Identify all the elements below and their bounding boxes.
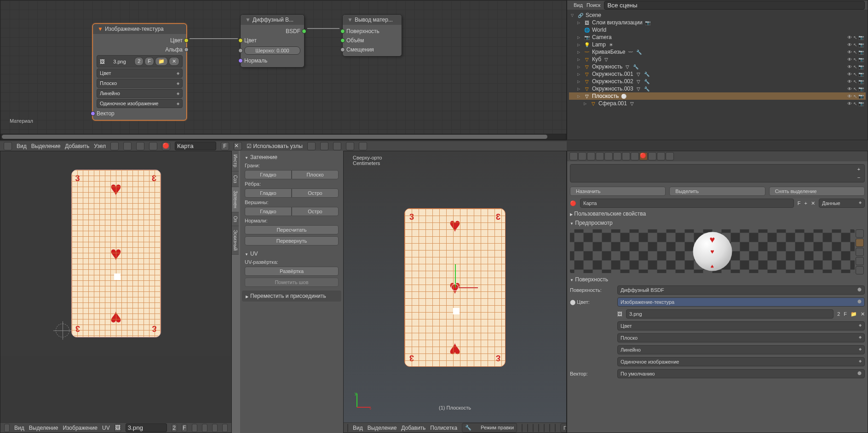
interpolation-dropdown[interactable]: Линейно◆	[617, 345, 865, 354]
icon-btn[interactable]	[307, 142, 316, 150]
icon-btn[interactable]	[527, 424, 528, 432]
menu-image[interactable]: Изображение	[63, 425, 98, 431]
material-slot-icon[interactable]: 🔴	[162, 142, 170, 150]
menu-select[interactable]: Выделение	[368, 425, 397, 431]
outliner-tree[interactable]: ▽🔗Scene ▷🖼Слои визуализации📷 🌐World ▷📷Ca…	[567, 10, 868, 109]
outliner-object[interactable]: ▷▽Окружность.001▽🔧👁↖📷	[569, 70, 866, 78]
tab-render[interactable]	[569, 152, 578, 160]
icon-btn[interactable]	[320, 142, 328, 150]
colorspace-dropdown[interactable]: Цвет◆	[617, 321, 865, 330]
node-image-texture[interactable]: ▼Изображение-текстура Цвет Альфа 🖼3.png …	[92, 23, 187, 120]
surface-shader-dropdown[interactable]: Диффузный BSDF⬤	[617, 285, 865, 295]
tab-particles[interactable]	[657, 152, 665, 160]
icon-btn[interactable]	[202, 424, 207, 432]
interpolation-dropdown[interactable]: Линейно◆	[97, 89, 183, 98]
shader-type-icon[interactable]	[110, 142, 119, 150]
image-icon[interactable]: 🖼	[115, 424, 121, 432]
shading-panel-header[interactable]: ▼Затенение	[242, 153, 341, 162]
tab-layers[interactable]	[578, 152, 586, 160]
tab-shading[interactable]: Затенен	[232, 187, 239, 212]
render-layers-item[interactable]: ▷🖼Слои визуализации📷	[569, 19, 866, 26]
menu-view[interactable]: Вид	[17, 143, 27, 149]
users-button[interactable]: 2	[837, 310, 840, 318]
tab-create[interactable]: Соз	[232, 171, 239, 187]
tab-physics[interactable]	[666, 152, 674, 160]
image-icon[interactable]: 🖼	[617, 311, 622, 317]
material-slot-list[interactable]: + −	[570, 164, 865, 182]
use-nodes-checkbox[interactable]: ☑ Использовать узлы	[247, 143, 303, 149]
faces-smooth-button[interactable]: Гладко	[245, 170, 292, 179]
color-source-dropdown[interactable]: Изображение-текстура⬤	[617, 297, 865, 307]
preview-fluid-button[interactable]	[856, 266, 864, 274]
icon-btn[interactable]	[123, 142, 132, 150]
icon-btn[interactable]	[549, 424, 550, 432]
open-icon[interactable]: 📁	[851, 311, 857, 317]
image-file-field[interactable]: 3.png	[626, 309, 834, 319]
outliner-object[interactable]: ▷💡Lamp☀👁↖📷	[569, 41, 866, 48]
icon-btn[interactable]	[544, 424, 545, 432]
preview-cube-button[interactable]	[856, 248, 864, 256]
camera-icon[interactable]: 📷	[858, 35, 864, 40]
node-header[interactable]: ▼Вывод матер...	[343, 15, 402, 25]
icon-btn[interactable]	[346, 142, 354, 150]
custom-props-header[interactable]: ▶ Пользовательские свойства	[570, 209, 865, 218]
outliner-object[interactable]: ▷▽Куб▽👁↖📷	[569, 56, 866, 63]
outliner-object-selected[interactable]: ▷▽Плоскость⚪👁↖📷	[569, 92, 866, 100]
uv-view[interactable]: 3 3 3 3 ♥ ♥ ♥	[0, 151, 231, 356]
flip-normals-button[interactable]: Перевернуть	[245, 236, 339, 245]
icon-btn[interactable]	[333, 142, 341, 150]
faces-flat-button[interactable]: Плоско	[292, 170, 339, 179]
image-name-field[interactable]	[126, 423, 167, 432]
editor-type-icon[interactable]	[347, 424, 348, 432]
tab-scene[interactable]	[587, 152, 595, 160]
link-dropdown[interactable]: Данные◆	[819, 199, 865, 208]
editor-type-icon[interactable]	[4, 142, 12, 150]
recalc-normals-button[interactable]: Пересчитать	[245, 225, 339, 234]
vector-dropdown[interactable]: По умолчанию⬤	[617, 369, 865, 378]
preview-hair-button[interactable]	[856, 257, 864, 265]
preview-flat-button[interactable]	[856, 229, 864, 238]
color-space-dropdown[interactable]: Цвет◆	[97, 68, 183, 78]
mark-seam-button[interactable]: Пометить шов	[245, 278, 339, 287]
eye-icon[interactable]: 👁	[847, 35, 852, 40]
outliner-object[interactable]: ▷▽Окружность.003▽🔧👁↖📷	[569, 85, 866, 92]
tab-object[interactable]	[604, 152, 613, 160]
menu-search[interactable]: Поиск	[586, 2, 600, 8]
tab-tools[interactable]: Инстр	[232, 151, 239, 171]
close-icon[interactable]: ✕	[234, 142, 242, 150]
close-icon[interactable]: ✕	[861, 311, 865, 317]
menu-add[interactable]: Добавить	[401, 425, 425, 431]
tab-modifiers[interactable]	[622, 152, 630, 160]
f-button[interactable]: F	[221, 142, 229, 150]
icon-btn[interactable]	[136, 142, 144, 150]
node-header[interactable]: ▼Диффузный B...	[241, 15, 304, 25]
icon-btn[interactable]	[192, 424, 197, 432]
icon-btn[interactable]	[149, 142, 157, 150]
tab-constraints[interactable]	[613, 152, 621, 160]
scrollbar[interactable]	[0, 134, 566, 140]
menu-add[interactable]: Добавить	[65, 143, 89, 149]
editor-type-icon[interactable]	[4, 424, 10, 432]
outliner-object[interactable]: ▷▽Окружность.002▽🔧👁↖📷	[569, 78, 866, 85]
select-button[interactable]: Выделить	[669, 187, 765, 196]
tab-data[interactable]	[631, 152, 639, 160]
unwrap-button[interactable]: Развёртка	[245, 267, 339, 276]
extension-dropdown[interactable]: Одиночное изображение◆	[97, 99, 183, 108]
icon-btn[interactable]	[538, 424, 539, 432]
assign-button[interactable]: Назначить	[570, 187, 666, 196]
mode-dropdown[interactable]: 🔧 Режим правки	[462, 423, 517, 433]
tab-grease[interactable]: Эскизный	[232, 226, 239, 255]
icon-btn[interactable]	[222, 424, 228, 432]
tab-material[interactable]: 🔴	[639, 152, 648, 160]
menu-view[interactable]: Вид	[353, 425, 363, 431]
projection-dropdown[interactable]: Плоско◆	[617, 333, 865, 342]
outliner-object[interactable]: ▷〰КриваяБезье〰🔧👁↖📷	[569, 48, 866, 56]
add-slot-button[interactable]: +	[855, 166, 862, 174]
menu-mesh[interactable]: Полисетка	[430, 425, 457, 431]
cursor-icon[interactable]: ↖	[853, 35, 857, 40]
world-item[interactable]: 🌐World	[569, 26, 866, 34]
node-diffuse-bsdf[interactable]: ▼Диффузный B... BSDF Цвет Шерохо: 0.000 …	[240, 14, 305, 68]
deselect-button[interactable]: Снять выделение	[769, 187, 865, 196]
node-header[interactable]: ▼Изображение-текстура	[93, 24, 186, 34]
close-icon[interactable]: ✕	[811, 200, 815, 206]
